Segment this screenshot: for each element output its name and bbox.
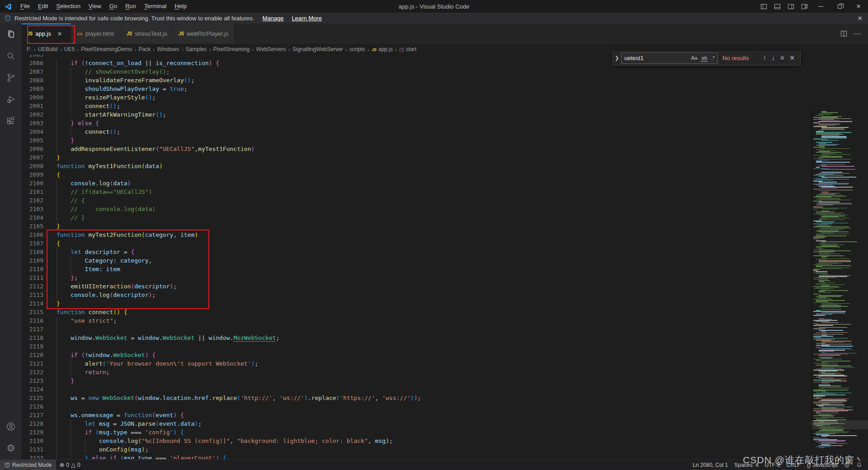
code-line-2100[interactable]: 2100console.log(data) xyxy=(22,179,805,188)
cursor-position-status[interactable]: Ln 2080, Col 1 xyxy=(689,460,731,470)
menu-selection[interactable]: Selection xyxy=(52,3,84,9)
manage-link[interactable]: Manage xyxy=(262,15,283,22)
code-line-2109[interactable]: 2109Category: category, xyxy=(22,256,805,265)
line-number[interactable]: 2126 xyxy=(22,402,50,411)
line-number[interactable]: 2098 xyxy=(22,162,50,170)
code-line-2115[interactable]: 2115function connect() { xyxy=(22,308,805,316)
line-number[interactable]: 2108 xyxy=(22,248,50,256)
toggle-secondary-sidebar-icon[interactable] xyxy=(784,0,797,13)
line-number[interactable]: 2100 xyxy=(22,179,50,188)
line-number[interactable]: 2105 xyxy=(22,222,50,230)
menu-go[interactable]: Go xyxy=(105,3,121,9)
next-match-icon[interactable]: ↓ xyxy=(772,54,775,61)
line-number[interactable]: 2094 xyxy=(22,127,50,136)
menu-edit[interactable]: Edit xyxy=(34,3,52,9)
breadcrumb-item-PixelStreamingDemo[interactable]: PixelStreamingDemo xyxy=(80,46,132,52)
line-number[interactable]: 2087 xyxy=(22,67,50,76)
toggle-panel-icon[interactable] xyxy=(770,0,784,13)
restore-button[interactable] xyxy=(830,0,849,13)
customize-layout-icon[interactable] xyxy=(797,0,811,13)
code-line-2128[interactable]: 2128let msg = JSON.parse(event.data); xyxy=(22,419,805,428)
line-number[interactable]: 2088 xyxy=(22,76,50,85)
toggle-replace-chevron-icon[interactable]: ❯ xyxy=(613,51,621,65)
line-number[interactable]: 2123 xyxy=(22,376,50,385)
find-input[interactable] xyxy=(624,55,688,61)
line-number[interactable]: 2101 xyxy=(22,188,50,196)
notifications-bell-icon[interactable] xyxy=(853,460,865,470)
code-line-2121[interactable]: 2121alert('Your browser doesn\'t support… xyxy=(22,359,805,368)
code-line-2120[interactable]: 2120if (!window.WebSocket) { xyxy=(22,351,805,359)
line-number[interactable]: 2106 xyxy=(22,230,50,239)
code-line-2091[interactable]: 2091connect(); xyxy=(22,102,805,110)
line-number[interactable]: 2115 xyxy=(22,308,50,316)
breadcrumb-item-Samples[interactable]: Samples xyxy=(185,46,208,52)
tab-webRtcPlayer.js[interactable]: JSwebRtcPlayer.js xyxy=(173,24,235,44)
code-line-2112[interactable]: 2112emitUIInteraction(descriptor); xyxy=(22,282,805,291)
breadcrumb-item-UE5[interactable]: UE5 xyxy=(64,46,75,52)
breadcrumb-item-PixelStreaming[interactable]: PixelStreaming xyxy=(213,46,250,52)
code-line-2123[interactable]: 2123} xyxy=(22,376,805,385)
code-line-2126[interactable]: 2126 xyxy=(22,402,805,411)
line-number[interactable]: 2099 xyxy=(22,170,50,179)
tab-stressTest.js[interactable]: JSstressTest.js xyxy=(121,24,173,44)
code-line-2094[interactable]: 2094connect(); xyxy=(22,127,805,136)
line-number[interactable]: 2095 xyxy=(22,136,50,145)
find-in-selection-icon[interactable]: ≡ xyxy=(780,54,784,61)
breadcrumb-item-UEBuild[interactable]: UEBuild xyxy=(38,46,58,52)
menu-help[interactable]: Help xyxy=(170,3,191,9)
tab-app.js[interactable]: JSapp.js✕ xyxy=(22,24,71,44)
banner-close-icon[interactable]: ✕ xyxy=(858,15,863,22)
restricted-mode-status[interactable]: Restricted Mode xyxy=(0,460,56,470)
breadcrumb-item-SignallingWebServer[interactable]: SignallingWebServer xyxy=(292,46,344,52)
breadcrumb-item-WebServers[interactable]: WebServers xyxy=(256,46,287,52)
code-line-2110[interactable]: 2110Item: item xyxy=(22,265,805,273)
settings-gear-icon[interactable]: ⚙ xyxy=(0,437,22,459)
line-number[interactable]: 2117 xyxy=(22,325,50,334)
whole-word-icon[interactable]: ab xyxy=(701,55,708,61)
line-number[interactable]: 2129 xyxy=(22,428,50,437)
code-line-2131[interactable]: 2131onConfig(msg); xyxy=(22,445,805,454)
feedback-smiley-icon[interactable] xyxy=(841,460,853,470)
line-number[interactable]: 2116 xyxy=(22,316,50,325)
breadcrumb-item-F[interactable]: F: xyxy=(26,46,32,52)
line-number[interactable]: 2103 xyxy=(22,205,50,213)
line-number[interactable]: 2130 xyxy=(22,437,50,445)
menu-view[interactable]: View xyxy=(85,3,105,9)
code-line-2098[interactable]: 2098function myTest1Function(data) xyxy=(22,162,805,170)
tab-close-icon[interactable]: ✕ xyxy=(57,31,62,37)
breadcrumb-item-scripts[interactable]: scripts xyxy=(349,46,366,52)
line-number[interactable]: 2112 xyxy=(22,282,50,291)
line-number[interactable]: 2124 xyxy=(22,385,50,394)
minimap[interactable] xyxy=(811,109,868,448)
code-line-2108[interactable]: 2108let descriptor = { xyxy=(22,248,805,256)
line-number[interactable]: 2127 xyxy=(22,411,50,419)
line-number[interactable]: 2091 xyxy=(22,102,50,110)
menu-run[interactable]: Run xyxy=(121,3,140,9)
tab-player.html[interactable]: <>player.html xyxy=(71,24,121,44)
close-find-icon[interactable]: ✕ xyxy=(789,54,795,61)
breadcrumb-item-Pack[interactable]: Pack xyxy=(138,46,151,52)
line-number[interactable]: 2086 xyxy=(22,59,50,67)
code-line-2088[interactable]: 2088invalidateFreezeFrameOverlay(); xyxy=(22,76,805,85)
line-number[interactable]: 2104 xyxy=(22,213,50,222)
line-number[interactable]: 2114 xyxy=(22,299,50,308)
line-number[interactable]: 2102 xyxy=(22,196,50,205)
indentation-status[interactable]: Spaces: 4 xyxy=(731,460,761,470)
code-line-2101[interactable]: 2101// if(data=="UECallJS") xyxy=(22,188,805,196)
code-line-2114[interactable]: 2114} xyxy=(22,299,805,308)
code-line-2119[interactable]: 2119 xyxy=(22,342,805,351)
language-mode-status[interactable]: {} JavaScript xyxy=(804,460,841,470)
account-icon[interactable] xyxy=(0,416,22,437)
line-number[interactable]: 2093 xyxy=(22,119,50,127)
code-line-2118[interactable]: 2118window.WebSocket = window.WebSocket … xyxy=(22,334,805,342)
code-line-2117[interactable]: 2117 xyxy=(22,325,805,334)
toggle-sidebar-icon[interactable] xyxy=(757,0,770,13)
code-line-2093[interactable]: 2093} else { xyxy=(22,119,805,127)
code-line-2129[interactable]: 2129if (msg.type === 'config') { xyxy=(22,428,805,437)
code-line-2113[interactable]: 2113console.log(descriptor); xyxy=(22,291,805,299)
line-number[interactable]: 2131 xyxy=(22,445,50,454)
menu-file[interactable]: File xyxy=(16,3,34,9)
learn-more-link[interactable]: Learn More xyxy=(292,15,321,22)
code-line-2127[interactable]: 2127ws.onmessage = function(event) { xyxy=(22,411,805,419)
more-actions-icon[interactable]: ⋯ xyxy=(854,29,861,38)
